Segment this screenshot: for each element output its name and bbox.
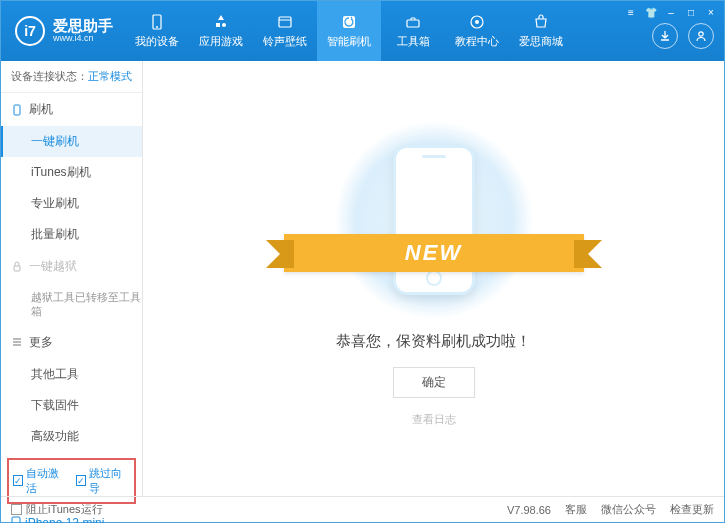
svg-rect-2: [279, 17, 291, 27]
checkbox-icon: ✓: [13, 475, 23, 486]
nav-label: 工具箱: [397, 34, 430, 49]
app-window: ≡ 👕 – □ × i7 爱思助手 www.i4.cn 我的设备 应用游戏: [0, 0, 725, 523]
nav-my-device[interactable]: 我的设备: [125, 1, 189, 61]
main-content: NEW 恭喜您，保资料刷机成功啦！ 确定 查看日志: [143, 61, 724, 496]
checkbox-icon: ✓: [76, 475, 86, 486]
menu-icon[interactable]: ≡: [624, 5, 638, 19]
check-label: 自动激活: [26, 466, 67, 496]
user-button[interactable]: [688, 23, 714, 49]
jailbreak-note: 越狱工具已转移至工具箱: [1, 283, 142, 326]
logo: i7 爱思助手 www.i4.cn: [15, 16, 113, 46]
nav-toolbox[interactable]: 工具箱: [381, 1, 445, 61]
ok-button[interactable]: 确定: [393, 367, 475, 398]
group-title: 刷机: [29, 101, 53, 118]
svg-rect-9: [14, 266, 20, 271]
update-link[interactable]: 检查更新: [670, 502, 714, 517]
status-value: 正常模式: [88, 70, 132, 82]
tutorial-icon: [468, 13, 486, 31]
nav-label: 应用游戏: [199, 34, 243, 49]
check-auto-activate[interactable]: ✓自动激活: [13, 466, 68, 496]
close-icon[interactable]: ×: [704, 5, 718, 19]
service-link[interactable]: 客服: [565, 502, 587, 517]
new-ribbon: NEW: [284, 234, 584, 272]
header: ≡ 👕 – □ × i7 爱思助手 www.i4.cn 我的设备 应用游戏: [1, 1, 724, 61]
group-title: 一键越狱: [29, 258, 77, 275]
nav-label: 教程中心: [455, 34, 499, 49]
check-label: 阻止iTunes运行: [26, 502, 103, 517]
phone-icon: [11, 104, 23, 116]
sidebar-item-other-tools[interactable]: 其他工具: [1, 359, 142, 390]
body: 设备连接状态：正常模式 刷机 一键刷机 iTunes刷机 专业刷机 批量刷机 一…: [1, 61, 724, 496]
nav-flash[interactable]: 智能刷机: [317, 1, 381, 61]
version-text: V7.98.66: [507, 504, 551, 516]
view-log-link[interactable]: 查看日志: [412, 412, 456, 427]
success-message: 恭喜您，保资料刷机成功啦！: [336, 332, 531, 351]
device-icon: [148, 13, 166, 31]
svg-point-1: [156, 26, 158, 28]
sidebar-item-itunes-flash[interactable]: iTunes刷机: [1, 157, 142, 188]
nav-apps[interactable]: 应用游戏: [189, 1, 253, 61]
nav-label: 铃声壁纸: [263, 34, 307, 49]
footer: 阻止iTunes运行 V7.98.66 客服 微信公众号 检查更新: [1, 496, 724, 522]
lock-icon: [11, 261, 23, 273]
sidebar: 设备连接状态：正常模式 刷机 一键刷机 iTunes刷机 专业刷机 批量刷机 一…: [1, 61, 143, 496]
check-label: 跳过向导: [89, 466, 130, 496]
download-button[interactable]: [652, 23, 678, 49]
check-block-itunes[interactable]: 阻止iTunes运行: [11, 502, 103, 517]
app-subtitle: www.i4.cn: [53, 34, 113, 44]
skin-icon[interactable]: 👕: [644, 5, 658, 19]
sidebar-item-oneclick-flash[interactable]: 一键刷机: [1, 126, 142, 157]
top-nav: 我的设备 应用游戏 铃声壁纸 智能刷机 工具箱 教程中心: [125, 1, 573, 61]
phone-graphic: [393, 145, 475, 295]
status-label: 设备连接状态：: [11, 70, 88, 82]
sidebar-item-download-fw[interactable]: 下载固件: [1, 390, 142, 421]
check-skip-guide[interactable]: ✓跳过向导: [76, 466, 131, 496]
svg-rect-8: [14, 105, 20, 115]
media-icon: [276, 13, 294, 31]
footer-right: V7.98.66 客服 微信公众号 检查更新: [507, 502, 714, 517]
wechat-link[interactable]: 微信公众号: [601, 502, 656, 517]
group-title: 更多: [29, 334, 53, 351]
nav-label: 爱思商城: [519, 34, 563, 49]
nav-tutorial[interactable]: 教程中心: [445, 1, 509, 61]
nav-label: 我的设备: [135, 34, 179, 49]
sidebar-item-pro-flash[interactable]: 专业刷机: [1, 188, 142, 219]
svg-point-6: [475, 20, 479, 24]
sidebar-item-batch-flash[interactable]: 批量刷机: [1, 219, 142, 250]
maximize-icon[interactable]: □: [684, 5, 698, 19]
window-controls: ≡ 👕 – □ ×: [624, 5, 718, 19]
svg-rect-4: [407, 20, 419, 27]
app-title: 爱思助手: [53, 18, 113, 35]
toolbox-icon: [404, 13, 422, 31]
success-illustration: NEW: [324, 130, 544, 310]
nav-store[interactable]: 爱思商城: [509, 1, 573, 61]
connection-status: 设备连接状态：正常模式: [1, 61, 142, 93]
group-flash[interactable]: 刷机: [1, 93, 142, 126]
minimize-icon[interactable]: –: [664, 5, 678, 19]
logo-icon: i7: [15, 16, 45, 46]
nav-label: 智能刷机: [327, 34, 371, 49]
sidebar-item-advanced[interactable]: 高级功能: [1, 421, 142, 452]
ribbon-text: NEW: [284, 234, 584, 272]
list-icon: [11, 336, 23, 348]
header-right: [652, 23, 714, 49]
store-icon: [532, 13, 550, 31]
apps-icon: [212, 13, 230, 31]
checkbox-icon: [11, 504, 22, 515]
flash-icon: [340, 13, 358, 31]
nav-media[interactable]: 铃声壁纸: [253, 1, 317, 61]
svg-point-7: [699, 32, 703, 36]
group-jailbreak[interactable]: 一键越狱: [1, 250, 142, 283]
group-more[interactable]: 更多: [1, 326, 142, 359]
